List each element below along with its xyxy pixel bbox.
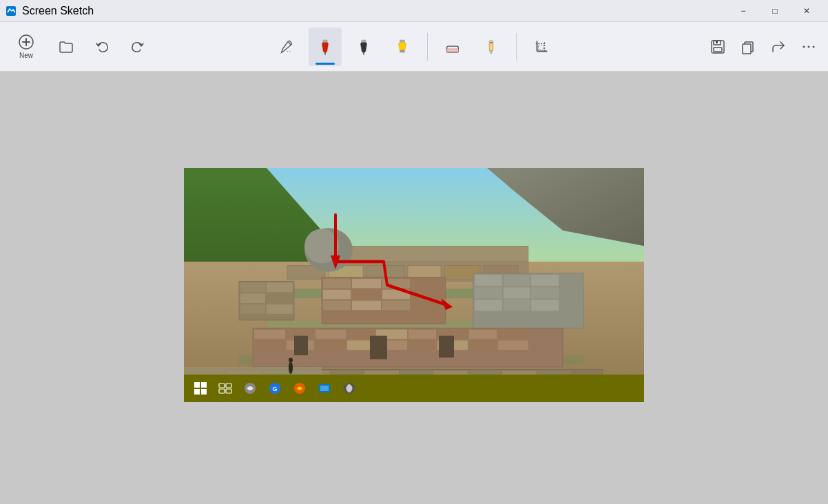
svg-rect-55 — [267, 304, 293, 314]
titlebar-controls: − □ ✕ — [727, 0, 822, 22]
new-icon — [18, 34, 34, 50]
undo-icon — [94, 39, 110, 55]
minimize-button[interactable]: − — [727, 0, 759, 22]
toolbar: New — [0, 22, 828, 72]
svg-rect-135 — [201, 389, 207, 395]
undo-button[interactable] — [85, 28, 118, 66]
toolbar-left: New — [6, 28, 154, 66]
share-button[interactable] — [765, 33, 792, 61]
titlebar-left: Screen Sketch — [6, 5, 94, 17]
taskbar-app-2[interactable]: G — [264, 377, 286, 399]
svg-rect-9 — [361, 39, 366, 42]
crop-icon — [533, 39, 550, 55]
svg-rect-69 — [504, 275, 530, 286]
touch-writing-button[interactable] — [270, 28, 303, 66]
svg-rect-19 — [490, 42, 493, 43]
svg-rect-18 — [489, 40, 493, 42]
svg-rect-118 — [370, 336, 387, 359]
svg-rect-71 — [475, 287, 502, 298]
svg-rect-64 — [352, 301, 381, 311]
svg-rect-68 — [475, 275, 502, 286]
svg-point-32 — [808, 45, 810, 48]
eraser-button[interactable] — [436, 28, 469, 66]
maximize-button[interactable]: □ — [759, 0, 791, 22]
svg-rect-139 — [226, 389, 231, 393]
toolbar-center — [270, 28, 558, 66]
app-4-icon — [318, 381, 331, 395]
svg-text:G: G — [272, 386, 277, 392]
pen-dark-button[interactable] — [347, 28, 380, 66]
redo-button[interactable] — [121, 28, 154, 66]
taskbar-app-1[interactable] — [239, 377, 261, 399]
svg-rect-11 — [400, 50, 404, 52]
app-3-icon — [293, 381, 307, 395]
svg-rect-78 — [254, 330, 285, 339]
touch-icon — [278, 39, 295, 55]
svg-rect-57 — [323, 279, 351, 288]
svg-rect-92 — [408, 340, 436, 350]
app-1-icon — [243, 381, 257, 395]
crop-button[interactable] — [525, 28, 558, 66]
app-icon — [6, 6, 17, 17]
svg-rect-74 — [475, 300, 502, 311]
pencil-icon — [483, 39, 499, 55]
svg-rect-14 — [447, 48, 459, 52]
titlebar: Screen Sketch − □ ✕ — [0, 0, 828, 22]
eraser-icon — [444, 39, 461, 55]
svg-rect-70 — [531, 275, 559, 286]
svg-point-125 — [289, 357, 293, 362]
svg-rect-94 — [469, 340, 497, 350]
more-icon — [801, 39, 816, 54]
save-button[interactable] — [704, 33, 732, 61]
svg-rect-27 — [714, 48, 722, 52]
task-view-button[interactable] — [214, 377, 236, 399]
svg-point-124 — [289, 361, 293, 374]
machu-picchu-image: G — [184, 168, 644, 402]
svg-rect-12 — [400, 39, 404, 42]
taskbar-app-5[interactable] — [338, 377, 360, 399]
svg-rect-76 — [531, 300, 559, 311]
svg-rect-89 — [315, 340, 346, 350]
close-button[interactable]: ✕ — [791, 0, 822, 22]
highlighter-button[interactable] — [386, 28, 419, 66]
svg-rect-119 — [439, 336, 454, 358]
svg-point-31 — [803, 45, 805, 48]
taskbar-app-4[interactable] — [313, 377, 335, 399]
windows-icon — [194, 381, 207, 395]
pen-red-button[interactable] — [309, 28, 342, 66]
svg-rect-137 — [226, 384, 231, 388]
app-5-icon — [342, 381, 356, 395]
svg-rect-75 — [504, 300, 530, 311]
task-view-icon — [218, 383, 232, 394]
taskbar-app-3[interactable] — [289, 377, 311, 399]
copy-button[interactable] — [734, 33, 762, 61]
canvas-area: G — [0, 72, 828, 504]
pencil-button[interactable] — [475, 28, 508, 66]
svg-rect-54 — [240, 304, 265, 314]
taskbar: G — [184, 375, 644, 402]
svg-rect-136 — [219, 384, 225, 388]
svg-rect-30 — [743, 44, 751, 54]
app-title: Screen Sketch — [22, 5, 94, 17]
svg-rect-138 — [219, 389, 225, 393]
pen-dark-icon — [355, 39, 372, 55]
open-button[interactable] — [50, 28, 83, 66]
svg-rect-38 — [322, 246, 528, 262]
svg-rect-60 — [323, 290, 351, 300]
svg-rect-53 — [267, 293, 293, 303]
svg-rect-80 — [315, 330, 346, 339]
windows-start-button[interactable] — [189, 377, 211, 399]
svg-rect-133 — [201, 382, 207, 388]
svg-rect-5 — [322, 39, 327, 42]
svg-rect-58 — [352, 279, 381, 288]
new-button[interactable]: New — [6, 28, 47, 66]
save-icon — [710, 39, 725, 54]
redo-icon — [130, 39, 146, 55]
svg-rect-24 — [538, 45, 543, 50]
copy-icon — [741, 39, 756, 54]
toolbar-divider-1 — [427, 33, 428, 61]
more-button[interactable] — [795, 33, 822, 61]
toolbar-divider-2 — [516, 33, 517, 61]
svg-rect-86 — [498, 330, 528, 339]
svg-rect-51 — [267, 283, 293, 293]
